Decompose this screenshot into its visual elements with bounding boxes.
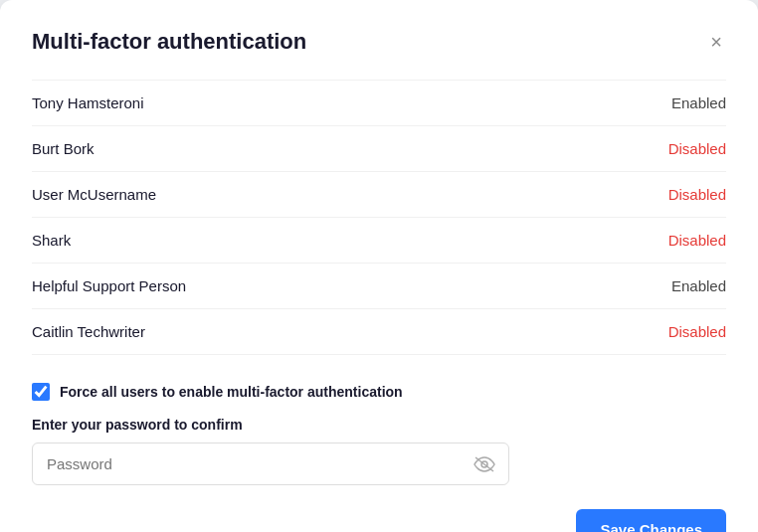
user-name: Caitlin Techwriter <box>32 323 145 340</box>
user-status: Disabled <box>668 140 726 157</box>
user-list: Tony HamsteroniEnabledBurt BorkDisabledU… <box>32 80 726 355</box>
modal-title: Multi-factor authentication <box>32 29 306 55</box>
user-name: User McUsername <box>32 186 156 203</box>
password-input-wrapper <box>32 443 509 485</box>
user-name: Tony Hamsteroni <box>32 94 144 111</box>
force-mfa-checkbox-section: Force all users to enable multi-factor a… <box>32 383 726 401</box>
close-button[interactable]: × <box>706 28 726 56</box>
user-name: Burt Bork <box>32 140 95 157</box>
user-row: Burt BorkDisabled <box>32 126 726 172</box>
force-mfa-label[interactable]: Force all users to enable multi-factor a… <box>60 384 403 400</box>
user-row: Tony HamsteroniEnabled <box>32 80 726 126</box>
user-status: Enabled <box>671 94 726 111</box>
show-password-icon[interactable] <box>474 456 495 472</box>
password-input[interactable] <box>32 443 509 485</box>
save-changes-button[interactable]: Save Changes <box>576 509 726 532</box>
user-row: Helpful Support PersonEnabled <box>32 264 726 309</box>
user-status: Enabled <box>671 277 726 294</box>
user-status: Disabled <box>668 323 726 340</box>
modal-footer: Save Changes <box>32 509 726 532</box>
user-name: Helpful Support Person <box>32 277 186 294</box>
force-mfa-checkbox[interactable] <box>32 383 50 401</box>
user-name: Shark <box>32 232 71 249</box>
user-status: Disabled <box>668 232 726 249</box>
modal-header: Multi-factor authentication × <box>32 28 726 56</box>
user-row: User McUsernameDisabled <box>32 172 726 218</box>
modal-container: Multi-factor authentication × Tony Hamst… <box>0 0 758 532</box>
password-confirm-label: Enter your password to confirm <box>32 417 726 433</box>
user-row: SharkDisabled <box>32 218 726 264</box>
user-row: Caitlin TechwriterDisabled <box>32 309 726 355</box>
user-status: Disabled <box>668 186 726 203</box>
